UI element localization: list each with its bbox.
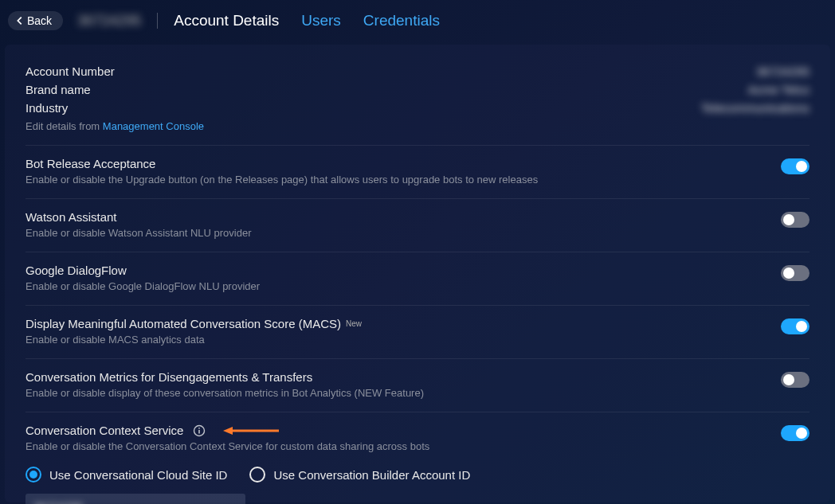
radio-use-cloud-site-id[interactable]: Use Conversational Cloud Site ID bbox=[25, 467, 227, 483]
toggle-knob bbox=[783, 214, 794, 225]
toggle-knob bbox=[796, 428, 807, 439]
toggle-conversation-context-service[interactable] bbox=[781, 425, 810, 441]
setting-left: Display Meaningful Automated Conversatio… bbox=[25, 317, 781, 346]
toggle-watson-assistant[interactable] bbox=[781, 212, 810, 228]
setting-row-conversation-context-service: Conversation Context ServiceEnable or di… bbox=[25, 424, 810, 452]
radio-use-builder-account-id[interactable]: Use Conversation Builder Account ID bbox=[249, 467, 470, 483]
edit-details-note: Edit details from Management Console bbox=[25, 120, 810, 132]
toggle-knob bbox=[796, 161, 807, 172]
setting-title: Conversation Metrics for Disengagements … bbox=[25, 370, 781, 384]
svg-marker-4 bbox=[223, 427, 233, 435]
separator bbox=[25, 305, 810, 306]
account-info-block: Account Number 36724295 Brand name Acme … bbox=[25, 62, 810, 132]
settings-panel: Account Number 36724295 Brand name Acme … bbox=[5, 45, 830, 502]
setting-desc: Enable or disable the Conversation Conte… bbox=[25, 440, 781, 452]
info-row-brand: Brand name Acme Telco bbox=[25, 80, 810, 99]
setting-title: Google DialogFlow bbox=[25, 264, 781, 277]
info-row-account-number: Account Number 36724295 bbox=[25, 62, 810, 80]
info-value: 36724295 bbox=[756, 64, 810, 78]
vertical-divider bbox=[157, 13, 158, 29]
context-service-id-input[interactable]: 36724295 bbox=[25, 494, 245, 504]
setting-title: Watson Assistant bbox=[25, 210, 781, 224]
separator bbox=[25, 412, 810, 412]
tab-users[interactable]: Users bbox=[301, 12, 341, 29]
toggle-macs[interactable] bbox=[781, 318, 810, 334]
separator bbox=[25, 198, 810, 199]
setting-left: Conversation Metrics for Disengagements … bbox=[25, 370, 781, 399]
arrow-annotation-icon bbox=[223, 425, 279, 436]
radio-indicator bbox=[249, 467, 265, 483]
radio-indicator bbox=[25, 467, 41, 483]
setting-title: Conversation Context Service bbox=[25, 424, 781, 437]
input-value: 36724295 bbox=[33, 501, 83, 504]
context-service-id-source: Use Conversational Cloud Site ID Use Con… bbox=[25, 467, 810, 483]
info-label: Brand name bbox=[25, 83, 91, 96]
setting-row-macs: Display Meaningful Automated Conversatio… bbox=[25, 317, 810, 346]
toggle-knob bbox=[783, 374, 794, 385]
setting-left: Watson AssistantEnable or disable Watson… bbox=[25, 210, 781, 239]
setting-desc: Enable or disable display of these conve… bbox=[25, 387, 781, 399]
setting-row-conversation-metrics: Conversation Metrics for Disengagements … bbox=[25, 370, 810, 399]
toggle-knob bbox=[796, 321, 807, 332]
chevron-left-icon bbox=[14, 15, 25, 26]
info-label: Industry bbox=[25, 101, 68, 115]
setting-row-bot-release-acceptance: Bot Release AcceptanceEnable or disable … bbox=[25, 157, 810, 186]
toggle-conversation-metrics[interactable] bbox=[781, 372, 810, 388]
topbar: Back 36724295 Account Details Users Cred… bbox=[0, 0, 835, 45]
setting-left: Google DialogFlowEnable or disable Googl… bbox=[25, 264, 781, 292]
radio-label: Use Conversational Cloud Site ID bbox=[49, 468, 227, 482]
info-label: Account Number bbox=[25, 64, 115, 78]
setting-desc: Enable or disable Watson Assistant NLU p… bbox=[25, 227, 781, 239]
setting-desc: Enable or disable Google DialogFlow NLU … bbox=[25, 280, 781, 292]
back-label: Back bbox=[27, 14, 52, 27]
toggle-knob bbox=[783, 268, 794, 279]
setting-title: Display Meaningful Automated Conversatio… bbox=[25, 317, 781, 330]
toggle-bot-release-acceptance[interactable] bbox=[781, 158, 810, 174]
tab-account-details[interactable]: Account Details bbox=[174, 12, 279, 29]
separator bbox=[25, 145, 810, 146]
tabs: Account Details Users Credentials bbox=[174, 12, 440, 29]
setting-row-watson-assistant: Watson AssistantEnable or disable Watson… bbox=[25, 210, 810, 239]
account-id-text: 36724295 bbox=[77, 13, 141, 29]
tab-credentials[interactable]: Credentials bbox=[363, 12, 440, 29]
svg-point-2 bbox=[199, 427, 201, 428]
info-value: Acme Telco bbox=[748, 83, 810, 96]
separator bbox=[25, 252, 810, 252]
back-button[interactable]: Back bbox=[8, 11, 63, 30]
info-value: Telecommunications bbox=[701, 101, 810, 115]
radio-label: Use Conversation Builder Account ID bbox=[273, 468, 470, 482]
toggle-google-dialogflow[interactable] bbox=[781, 265, 810, 281]
setting-left: Bot Release AcceptanceEnable or disable … bbox=[25, 157, 781, 186]
new-badge: New bbox=[346, 319, 362, 328]
setting-title: Bot Release Acceptance bbox=[25, 157, 781, 170]
setting-desc: Enable or disable the Upgrade button (on… bbox=[25, 174, 781, 186]
setting-desc: Enable or disable MACS analytics data bbox=[25, 334, 781, 346]
separator bbox=[25, 358, 810, 359]
management-console-link[interactable]: Management Console bbox=[103, 120, 204, 132]
setting-left: Conversation Context ServiceEnable or di… bbox=[25, 424, 781, 452]
info-icon[interactable] bbox=[193, 424, 206, 437]
info-row-industry: Industry Telecommunications bbox=[25, 99, 810, 117]
setting-row-google-dialogflow: Google DialogFlowEnable or disable Googl… bbox=[25, 264, 810, 292]
